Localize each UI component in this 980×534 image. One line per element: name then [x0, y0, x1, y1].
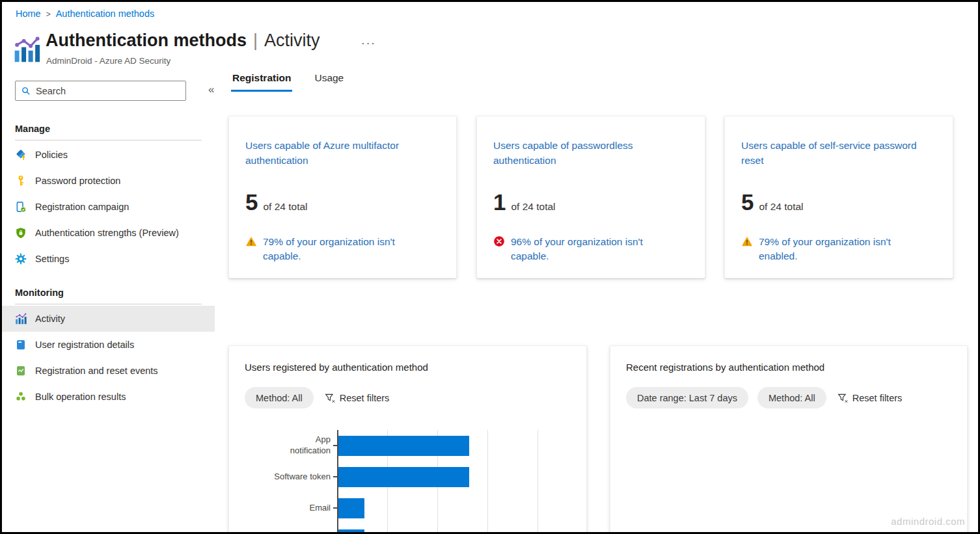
- card-status-text: 96% of your organization isn't capable.: [511, 235, 662, 264]
- bar-chart-row: Appnotification: [245, 430, 572, 461]
- activity-chart-icon: [15, 313, 27, 325]
- card-total: of 24 total: [263, 201, 307, 213]
- card-status-text: 79% of your organization isn't capable.: [263, 235, 414, 264]
- sidebar-item-activity[interactable]: Activity: [2, 306, 215, 332]
- panel-title: Recent registrations by authentication m…: [626, 362, 951, 373]
- filter-reset-icon: [837, 392, 849, 404]
- bar-chart-row: Software token: [245, 461, 572, 492]
- divider: [15, 304, 202, 304]
- breadcrumb-home-link[interactable]: Home: [16, 8, 41, 19]
- sidebar-item-password-protection[interactable]: Password protection: [2, 168, 215, 194]
- sidebar-item-label: Activity: [35, 314, 65, 324]
- breadcrumb: Home > Authentication methods: [16, 8, 154, 19]
- sidebar-item-registration-campaign[interactable]: Registration campaign: [2, 194, 215, 220]
- breadcrumb-separator-icon: >: [46, 10, 51, 19]
- blue-book-icon: [15, 339, 27, 351]
- sidebar: « Manage Policies Password: [2, 75, 215, 532]
- card-title: Users capable of Azure multifactor authe…: [245, 138, 434, 168]
- card-total: of 24 total: [511, 201, 555, 213]
- tab-bar: Registration Usage: [231, 71, 345, 92]
- date-range-filter-pill[interactable]: Date range: Last 7 days: [626, 387, 748, 408]
- tab-registration[interactable]: Registration: [231, 71, 292, 92]
- panel-title: Users registered by authentication metho…: [245, 362, 571, 373]
- card-value: 5: [245, 189, 258, 215]
- page-title-pipe: |: [253, 31, 258, 51]
- error-circle-icon: [493, 235, 505, 247]
- bar-category-label: Appnotification: [245, 434, 337, 457]
- activity-chart-logo-icon: [13, 36, 40, 63]
- sidebar-item-label: User registration details: [35, 340, 134, 350]
- bar-mobile-phone: [338, 529, 364, 534]
- phone-check-icon: [15, 201, 27, 213]
- bar-chart-rows: AppnotificationSoftware tokenEmailMobile…: [245, 430, 572, 534]
- method-filter-pill[interactable]: Method: All: [245, 387, 314, 408]
- authentication-methods-page: Home > Authentication methods Authentica…: [0, 0, 980, 534]
- card-value: 5: [741, 189, 754, 215]
- warning-triangle-icon: [741, 235, 753, 247]
- breadcrumb-current-link[interactable]: Authentication methods: [56, 8, 155, 19]
- section-title-manage: Manage: [15, 124, 215, 134]
- tab-usage[interactable]: Usage: [313, 71, 345, 92]
- more-options-button[interactable]: ···: [359, 34, 379, 53]
- sidebar-item-authentication-strengths[interactable]: Authentication strengths (Preview): [2, 220, 215, 246]
- bar-category-label: Email: [245, 503, 337, 514]
- panel-recent-registrations: Recent registrations by authentication m…: [610, 345, 968, 534]
- panel-users-registered: Users registered by authentication metho…: [228, 345, 587, 534]
- page-title: Authentication methods | Activity: [46, 31, 320, 51]
- sidebar-item-settings[interactable]: Settings: [2, 246, 215, 272]
- bar-category-label: Software token: [245, 472, 337, 483]
- page-subtitle: AdminDroid - Azure AD Security: [46, 56, 170, 66]
- bar-chart-row: Mobile phone: [245, 524, 572, 534]
- policies-icon: [15, 149, 27, 161]
- card-status-text: 79% of your organization isn't enabled.: [759, 235, 910, 264]
- sidebar-item-label: Bulk operation results: [35, 392, 126, 402]
- bar-software-token: [338, 467, 469, 487]
- card-value: 1: [493, 189, 506, 215]
- collapse-sidebar-button[interactable]: «: [208, 83, 214, 96]
- sidebar-item-label: Settings: [35, 254, 69, 264]
- card-passwordless-capable: Users capable of passwordless authentica…: [476, 116, 705, 278]
- reset-filters-button[interactable]: Reset filters: [324, 392, 390, 404]
- sidebar-item-label: Registration and reset events: [35, 366, 158, 376]
- card-title: Users capable of passwordless authentica…: [493, 138, 682, 168]
- sidebar-item-bulk-operation-results[interactable]: Bulk operation results: [2, 384, 215, 410]
- key-icon: [15, 175, 27, 187]
- method-filter-pill[interactable]: Method: All: [757, 387, 826, 408]
- card-status-link[interactable]: 96% of your organization isn't capable.: [493, 235, 688, 264]
- sidebar-item-policies[interactable]: Policies: [2, 142, 215, 168]
- page-title-main: Authentication methods: [46, 31, 247, 51]
- card-mfa-capable: Users capable of Azure multifactor authe…: [228, 116, 457, 278]
- sidebar-item-label: Registration campaign: [35, 202, 129, 212]
- sidebar-item-label: Policies: [35, 150, 68, 160]
- filter-reset-icon: [324, 392, 336, 404]
- bar-email: [338, 498, 364, 518]
- bar-chart: AppnotificationSoftware tokenEmailMobile…: [245, 430, 572, 534]
- reset-filters-button[interactable]: Reset filters: [837, 392, 903, 404]
- gear-icon: [15, 253, 27, 265]
- sidebar-item-label: Authentication strengths (Preview): [35, 228, 179, 238]
- divider: [15, 140, 202, 140]
- shield-lock-icon: [15, 227, 27, 239]
- sidebar-item-user-registration-details[interactable]: User registration details: [2, 332, 215, 358]
- search-icon: [21, 86, 31, 96]
- bulk-cubes-icon: [15, 391, 27, 403]
- sidebar-item-label: Password protection: [35, 176, 120, 186]
- card-status-link[interactable]: 79% of your organization isn't enabled.: [741, 235, 936, 264]
- card-sspr-capable: Users capable of self-service password r…: [724, 116, 953, 278]
- warning-triangle-icon: [245, 235, 257, 247]
- reset-filters-label: Reset filters: [852, 393, 903, 403]
- bar-app-notification: [338, 436, 469, 456]
- watermark: admindroid.com: [891, 516, 965, 527]
- card-total: of 24 total: [759, 201, 803, 213]
- green-events-icon: [15, 365, 27, 377]
- card-status-link[interactable]: 79% of your organization isn't capable.: [245, 235, 440, 264]
- section-title-monitoring: Monitoring: [15, 287, 215, 298]
- page-title-context: Activity: [264, 31, 320, 51]
- sidebar-item-registration-reset-events[interactable]: Registration and reset events: [2, 358, 215, 384]
- reset-filters-label: Reset filters: [340, 393, 390, 403]
- bar-chart-row: Email: [245, 492, 572, 524]
- sidebar-search: [15, 81, 186, 101]
- card-title: Users capable of self-service password r…: [741, 138, 930, 168]
- search-input[interactable]: [36, 86, 180, 96]
